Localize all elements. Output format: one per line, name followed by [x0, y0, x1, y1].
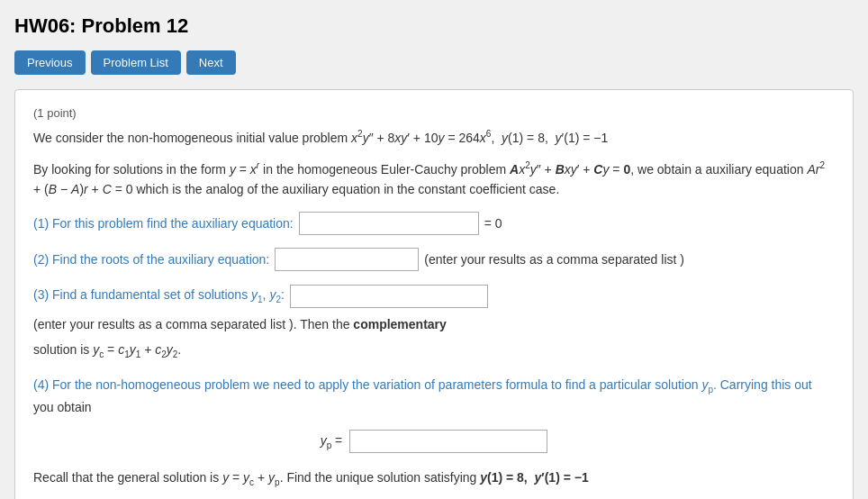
- q2-label: (2) Find the roots of the auxiliary equa…: [33, 250, 269, 269]
- q4-you-obtain: you obtain: [33, 400, 92, 414]
- q3-label: (3) Find a fundamental set of solutions …: [33, 284, 285, 308]
- q3-complement: solution is yc = c1y1 + c2y2.: [33, 340, 835, 362]
- q3-hint: (enter your results as a comma separated…: [33, 313, 447, 336]
- recall-section: Recall that the general solution is y = …: [33, 467, 835, 490]
- next-button[interactable]: Next: [186, 50, 236, 75]
- q1-equals-zero: = 0: [484, 213, 502, 235]
- yp-input[interactable]: [349, 430, 547, 453]
- point-label: (1 point): [33, 106, 835, 120]
- question-2-row: (2) Find the roots of the auxiliary equa…: [33, 248, 835, 271]
- intro-text: We consider the non-homogeneous initial …: [33, 127, 835, 148]
- problem-list-button[interactable]: Problem List: [91, 50, 181, 75]
- q1-label: (1) For this problem find the auxiliary …: [33, 213, 294, 233]
- nav-buttons: Previous Problem List Next: [14, 50, 854, 75]
- question-4-section: (4) For the non-homogeneous problem we n…: [33, 375, 835, 417]
- yp-row: yp =: [33, 430, 835, 453]
- q2-hint: (enter your results as a comma separated…: [424, 249, 684, 271]
- q2-input[interactable]: [275, 248, 419, 271]
- question-3-row: (3) Find a fundamental set of solutions …: [33, 284, 835, 336]
- question-3-section: (3) Find a fundamental set of solutions …: [33, 284, 835, 362]
- explanation-text: By looking for solutions in the form y =…: [33, 159, 835, 199]
- question-1-row: (1) For this problem find the auxiliary …: [33, 212, 835, 235]
- page-title: HW06: Problem 12: [14, 14, 854, 38]
- previous-button[interactable]: Previous: [14, 50, 86, 75]
- q4-label: (4) For the non-homogeneous problem we n…: [33, 377, 812, 392]
- problem-container: (1 point) We consider the non-homogeneou…: [14, 89, 854, 499]
- q1-input[interactable]: [299, 212, 479, 235]
- q3-input[interactable]: [290, 285, 488, 308]
- yp-label: yp =: [321, 433, 343, 450]
